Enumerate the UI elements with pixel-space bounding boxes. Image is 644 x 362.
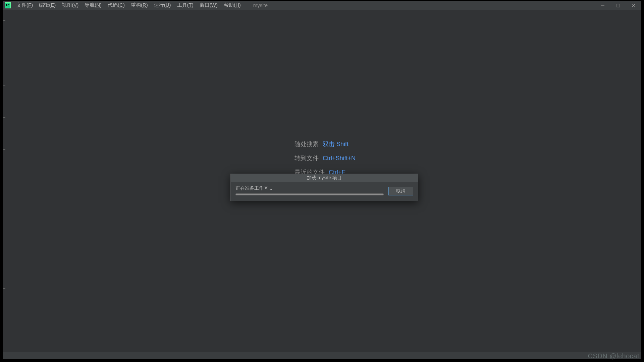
gutter [3,10,7,352]
maximize-button[interactable] [610,1,626,10]
hint-shortcut: Ctrl+Shift+N [323,155,356,162]
hint-shortcut: 双击 Shift [323,140,348,148]
hint-row: 随处搜索双击 Shift [294,140,356,148]
svg-rect-1 [617,4,620,7]
menu-e[interactable]: 编辑(E) [36,1,59,9]
watermark: CSDN @lehocat [588,352,639,360]
menu-f[interactable]: 文件(F) [13,1,36,9]
progress-text: 正在准备工作区... [235,185,384,191]
menu-c[interactable]: 代码(C) [105,1,128,9]
hint-label: 转到文件 [294,154,319,162]
menu-u[interactable]: 运行(U) [151,1,174,9]
menubar: PC 文件(F)编辑(E)视图(V)导航(N)代码(C)重构(R)运行(U)工具… [3,1,641,10]
progress-dialog: 加载 mysite 项目 正在准备工作区... 取消 [230,174,418,201]
hint-row: 转到文件Ctrl+Shift+N [294,154,356,162]
menu-n[interactable]: 导航(N) [82,1,105,9]
close-button[interactable] [626,1,641,10]
empty-state-hints: 随处搜索双击 Shift转到文件Ctrl+Shift+N最近的文件Ctrl+E [294,140,356,176]
app-window: PC 文件(F)编辑(E)视图(V)导航(N)代码(C)重构(R)运行(U)工具… [3,1,641,359]
editor-empty-area: 随处搜索双击 Shift转到文件Ctrl+Shift+N最近的文件Ctrl+E … [3,10,641,352]
app-icon: PC [5,2,11,8]
menu-v[interactable]: 视图(V) [59,1,82,9]
dialog-title: 加载 mysite 项目 [231,174,418,182]
status-bar [3,352,641,359]
menu-h[interactable]: 帮助(H) [221,1,244,9]
progress-bar [235,193,384,195]
menu-w[interactable]: 窗口(W) [197,1,221,9]
progress-fill [236,194,383,195]
menu-t[interactable]: 工具(T) [174,1,197,9]
project-name: mysite [253,2,268,8]
dialog-body: 正在准备工作区... 取消 [231,182,418,201]
window-controls [595,1,641,10]
hint-label: 随处搜索 [294,140,319,148]
minimize-button[interactable] [595,1,610,10]
cancel-button[interactable]: 取消 [388,187,413,195]
menu-r[interactable]: 重构(R) [128,1,151,9]
progress-wrap: 正在准备工作区... [235,185,384,195]
